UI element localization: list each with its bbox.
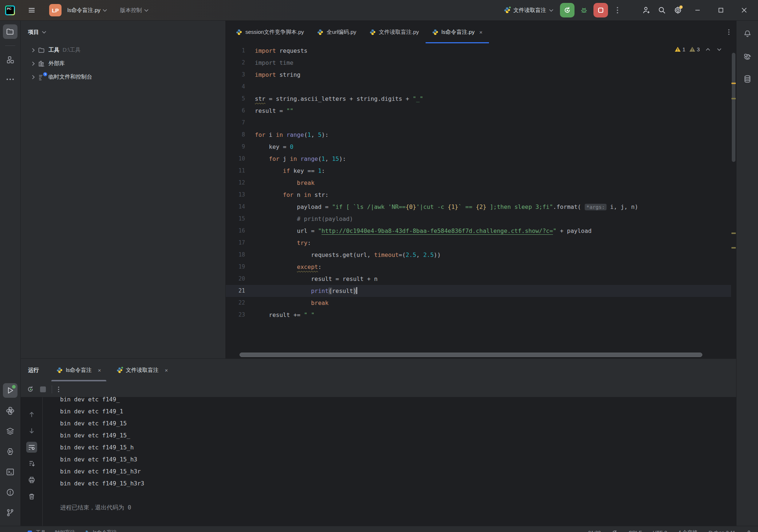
maximize-button[interactable] xyxy=(711,3,731,17)
project-avatar[interactable]: LP xyxy=(49,4,62,16)
vertical-scrollbar-thumb[interactable] xyxy=(732,53,735,162)
vcs-widget[interactable]: 版本控制 xyxy=(120,7,149,14)
breadcrumb-item[interactable]: ls命令盲注 xyxy=(93,529,117,532)
run-tab-active[interactable]: ls命令盲注 × xyxy=(54,359,104,381)
code-editor[interactable]: 1import requests2import time3import stri… xyxy=(226,43,731,352)
chevron-down-icon[interactable] xyxy=(42,31,46,33)
breadcrumb-item[interactable]: 工具 xyxy=(36,529,46,532)
database-button[interactable] xyxy=(740,72,755,86)
stop-button[interactable] xyxy=(593,3,608,17)
interpreter[interactable]: Python 3.11 xyxy=(708,530,735,532)
editor-tab[interactable]: 全url编码.py xyxy=(311,21,363,43)
rerun-icon[interactable] xyxy=(27,385,34,393)
stop-icon-disabled[interactable] xyxy=(40,386,46,392)
warning-stripe-mark[interactable] xyxy=(731,83,736,84)
strong-warning-group[interactable]: 1 xyxy=(675,46,685,52)
project-widget[interactable]: ls命令盲注.py xyxy=(67,7,107,14)
more-toolwindows-button[interactable] xyxy=(3,72,17,87)
caret-position[interactable]: 21:30 xyxy=(588,530,601,532)
vcs-toolwindow-button[interactable] xyxy=(3,505,17,520)
notifications-button[interactable] xyxy=(740,27,755,41)
right-activity-bar xyxy=(736,21,758,526)
tree-item-tools[interactable]: 工具 D:\工具 xyxy=(21,43,225,57)
debug-button[interactable] xyxy=(577,4,591,17)
run-tab[interactable]: 文件读取盲注 × xyxy=(114,359,171,381)
code-with-me-button[interactable] xyxy=(639,4,652,17)
warning-stripe-mark[interactable] xyxy=(731,98,736,99)
indent-setting[interactable]: 4 个空格 xyxy=(678,529,698,532)
running-indicator xyxy=(508,6,512,9)
code-line: 8for i in range(1, 5): xyxy=(226,129,731,141)
ai-assistant-button[interactable] xyxy=(740,49,755,64)
services-toolwindow-button[interactable] xyxy=(3,424,17,438)
line-separator[interactable]: CRLF xyxy=(628,530,642,532)
add-user-icon xyxy=(641,6,650,15)
line-number: 22 xyxy=(226,297,255,309)
sync-icon[interactable] xyxy=(612,530,617,532)
main-menu-button[interactable] xyxy=(25,4,38,17)
settings-button[interactable] xyxy=(671,4,684,17)
warning-stripe-mark[interactable] xyxy=(731,247,736,249)
close-tab-icon[interactable]: × xyxy=(165,367,168,373)
tree-item-external-libraries[interactable]: 外部库 xyxy=(21,57,225,70)
line-number: 8 xyxy=(226,129,255,141)
file-encoding[interactable]: UTF-8 xyxy=(653,530,667,532)
more-actions-button[interactable] xyxy=(611,4,624,17)
maximize-icon xyxy=(718,7,724,13)
terminal-toolwindow-button[interactable] xyxy=(3,465,17,479)
print-button[interactable] xyxy=(26,475,37,485)
down-stack-trace-button[interactable] xyxy=(26,425,37,436)
inspections-widget[interactable]: 1 3 xyxy=(675,46,722,52)
arrow-up-icon xyxy=(28,411,35,418)
next-problem-icon[interactable] xyxy=(717,48,722,51)
python-packages-toolwindow-button[interactable] xyxy=(3,404,17,418)
code-text: import string xyxy=(255,69,300,81)
clear-console-button[interactable] xyxy=(26,491,37,502)
run-toolwindow-button[interactable] xyxy=(3,383,17,398)
vertical-scrollbar[interactable] xyxy=(731,43,736,352)
warning-stripe-mark[interactable] xyxy=(731,233,736,234)
structure-toolwindow-button[interactable] xyxy=(3,52,17,67)
breadcrumbs[interactable]: 工具 › 时间盲注 › ls命令盲注 xyxy=(28,529,117,532)
run-config-selector[interactable]: 文件读取盲注 xyxy=(504,7,553,14)
code-line: 4 xyxy=(226,81,731,93)
prev-problem-icon[interactable] xyxy=(706,48,710,51)
soft-wrap-button[interactable] xyxy=(26,442,37,453)
chevron-right-icon[interactable] xyxy=(32,48,35,52)
rerun-button[interactable] xyxy=(560,3,575,17)
chevron-right-icon[interactable] xyxy=(32,61,35,66)
line-number: 16 xyxy=(226,225,255,237)
chevron-right-icon[interactable] xyxy=(32,75,35,79)
python-console-toolwindow-button[interactable] xyxy=(3,444,17,459)
close-window-button[interactable] xyxy=(734,3,754,17)
tree-item-scratches[interactable]: 临时文件和控制台 xyxy=(21,70,225,84)
editor-tab[interactable]: 文件读取盲注.py xyxy=(363,21,426,43)
tab-options-button[interactable] xyxy=(728,29,730,35)
console-line: bin dev etc f149_ xyxy=(60,393,736,405)
scroll-to-end-button[interactable] xyxy=(26,458,37,469)
close-tab-icon[interactable]: × xyxy=(479,29,482,35)
settings-badge xyxy=(679,5,683,9)
breadcrumb-separator: › xyxy=(50,530,51,532)
editor-tab[interactable]: session文件竞争脚本.py xyxy=(229,21,311,43)
up-stack-trace-button[interactable] xyxy=(26,409,37,420)
python-file-icon xyxy=(84,530,89,532)
lock-icon[interactable] xyxy=(746,530,751,532)
weak-warning-group[interactable]: 3 xyxy=(689,46,700,52)
console-output[interactable]: bin dev etc f149_bin dev etc f149_1bin d… xyxy=(43,393,736,526)
minimize-button[interactable] xyxy=(687,3,708,17)
line-number: 13 xyxy=(226,189,255,201)
breadcrumb-item[interactable]: 时间盲注 xyxy=(55,529,75,532)
problems-toolwindow-button[interactable] xyxy=(3,485,17,500)
close-tab-icon[interactable]: × xyxy=(98,367,101,373)
horizontal-scrollbar-thumb[interactable] xyxy=(240,353,702,357)
code-line: 9 key = 0 xyxy=(226,141,731,153)
horizontal-scrollbar[interactable] xyxy=(240,353,716,358)
kebab-icon[interactable] xyxy=(58,386,59,392)
editor-tab-active[interactable]: ls命令盲注.py × xyxy=(426,21,489,43)
line-number: 6 xyxy=(226,105,255,117)
search-everywhere-button[interactable] xyxy=(655,4,668,17)
chevron-down-icon xyxy=(144,9,149,12)
code-lines: 1import requests2import time3import stri… xyxy=(226,45,731,321)
project-toolwindow-button[interactable] xyxy=(3,24,17,39)
